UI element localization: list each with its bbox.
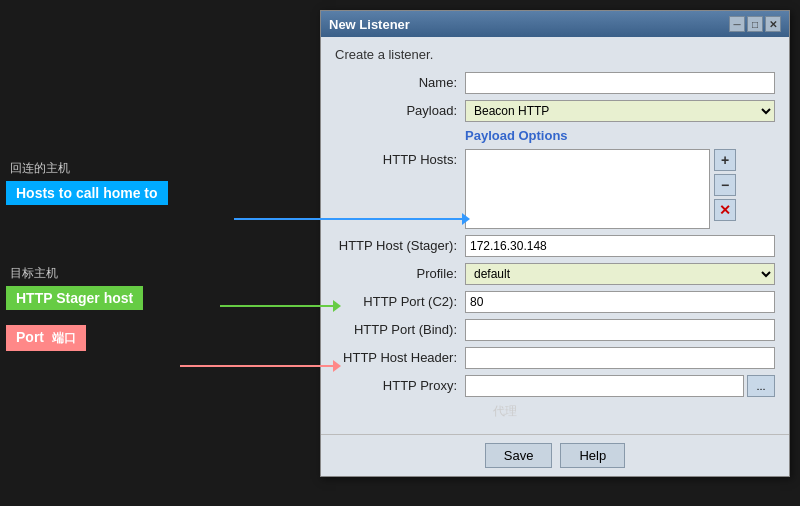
remove-host-button[interactable]: −	[714, 174, 736, 196]
http-host-stager-row: HTTP Host (Stager):	[335, 235, 775, 257]
http-proxy-label: HTTP Proxy:	[335, 375, 465, 393]
hosts-textarea-container: + − ✕	[465, 149, 736, 229]
http-port-c2-row: HTTP Port (C2):	[335, 291, 775, 313]
http-port-bind-row: HTTP Port (Bind):	[335, 319, 775, 341]
name-input[interactable]	[465, 72, 775, 94]
new-listener-dialog: New Listener ─ □ ✕ Create a listener. Na…	[320, 10, 790, 477]
proxy-chinese-label: 代理	[465, 403, 545, 420]
hosts-buttons: + − ✕	[714, 149, 736, 229]
hosts-chinese-label: 回连的主机	[10, 160, 70, 177]
port-annotation-label: Port 端口	[6, 325, 86, 351]
name-label: Name:	[335, 72, 465, 90]
payload-label: Payload:	[335, 100, 465, 118]
close-button[interactable]: ✕	[765, 16, 781, 32]
http-hosts-textarea[interactable]	[465, 149, 710, 229]
proxy-browse-button[interactable]: ...	[747, 375, 775, 397]
dialog-titlebar: New Listener ─ □ ✕	[321, 11, 789, 37]
http-port-bind-input[interactable]	[465, 319, 775, 341]
maximize-button[interactable]: □	[747, 16, 763, 32]
dialog-title: New Listener	[329, 17, 410, 32]
add-host-button[interactable]: +	[714, 149, 736, 171]
titlebar-buttons: ─ □ ✕	[729, 16, 781, 32]
stager-arrow	[220, 305, 335, 307]
payload-select[interactable]: Beacon HTTP	[465, 100, 775, 122]
http-port-bind-label: HTTP Port (Bind):	[335, 319, 465, 337]
dialog-footer: Save Help	[321, 434, 789, 476]
dialog-subtitle: Create a listener.	[335, 47, 775, 62]
http-host-header-label: HTTP Host Header:	[335, 347, 465, 365]
dialog-content: Create a listener. Name: Payload: Beacon…	[321, 37, 789, 434]
profile-row: Profile: default	[335, 263, 775, 285]
port-arrow	[180, 365, 335, 367]
clear-hosts-button[interactable]: ✕	[714, 199, 736, 221]
payload-options-label: Payload Options	[335, 128, 775, 143]
http-hosts-label: HTTP Hosts:	[335, 149, 465, 167]
http-proxy-row: HTTP Proxy: ...	[335, 375, 775, 397]
stager-chinese-label: 目标主机	[10, 265, 58, 282]
profile-label: Profile:	[335, 263, 465, 281]
http-host-header-row: HTTP Host Header:	[335, 347, 775, 369]
http-host-stager-input[interactable]	[465, 235, 775, 257]
http-port-c2-input[interactable]	[465, 291, 775, 313]
hosts-arrow	[234, 218, 464, 220]
http-port-c2-label: HTTP Port (C2):	[335, 291, 465, 309]
http-proxy-input[interactable]	[465, 375, 744, 397]
minimize-button[interactable]: ─	[729, 16, 745, 32]
stager-annotation-label: HTTP Stager host	[6, 286, 143, 310]
proxy-input-container: ...	[465, 375, 775, 397]
http-host-stager-label: HTTP Host (Stager):	[335, 235, 465, 253]
save-button[interactable]: Save	[485, 443, 553, 468]
http-hosts-row: HTTP Hosts: + − ✕	[335, 149, 775, 229]
help-button[interactable]: Help	[560, 443, 625, 468]
name-row: Name:	[335, 72, 775, 94]
hosts-annotation-label: Hosts to call home to	[6, 181, 168, 205]
payload-row: Payload: Beacon HTTP	[335, 100, 775, 122]
profile-select[interactable]: default	[465, 263, 775, 285]
http-host-header-input[interactable]	[465, 347, 775, 369]
